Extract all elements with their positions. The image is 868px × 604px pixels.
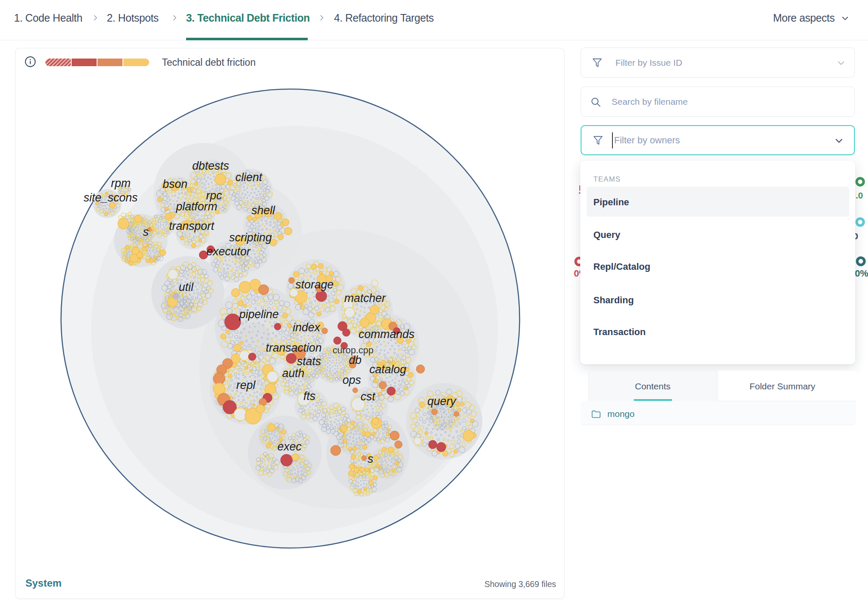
svg-text:shell: shell bbox=[251, 204, 275, 217]
svg-text:transport: transport bbox=[169, 220, 215, 232]
svg-text:index: index bbox=[293, 321, 321, 334]
svg-text:s: s bbox=[367, 453, 373, 465]
svg-text:auth: auth bbox=[282, 367, 305, 380]
svg-text:util: util bbox=[179, 281, 194, 294]
svg-text:cst: cst bbox=[361, 390, 376, 403]
svg-text:executor: executor bbox=[206, 245, 251, 258]
svg-text:catalog: catalog bbox=[369, 363, 406, 376]
svg-text:stats: stats bbox=[297, 355, 321, 368]
svg-text:transaction: transaction bbox=[266, 341, 322, 354]
svg-text:matcher: matcher bbox=[344, 292, 386, 305]
svg-text:client: client bbox=[235, 171, 263, 184]
svg-text:curop.cpp: curop.cpp bbox=[333, 345, 374, 355]
svg-text:repl: repl bbox=[236, 379, 256, 391]
svg-text:query: query bbox=[427, 395, 456, 408]
svg-text:ops: ops bbox=[342, 374, 361, 386]
svg-text:exec: exec bbox=[277, 440, 302, 453]
svg-text:storage: storage bbox=[295, 278, 334, 291]
svg-text:s: s bbox=[143, 226, 149, 238]
svg-text:pipeline: pipeline bbox=[239, 308, 278, 321]
svg-text:fts: fts bbox=[303, 390, 316, 403]
svg-text:scripting: scripting bbox=[229, 231, 272, 244]
svg-text:rpm: rpm bbox=[111, 177, 131, 190]
svg-text:site_scons: site_scons bbox=[83, 191, 138, 204]
svg-text:bson: bson bbox=[163, 178, 188, 190]
svg-text:platform: platform bbox=[175, 200, 217, 213]
svg-text:commands: commands bbox=[359, 328, 415, 341]
svg-text:db: db bbox=[349, 354, 362, 366]
svg-text:dbtests: dbtests bbox=[192, 159, 229, 172]
